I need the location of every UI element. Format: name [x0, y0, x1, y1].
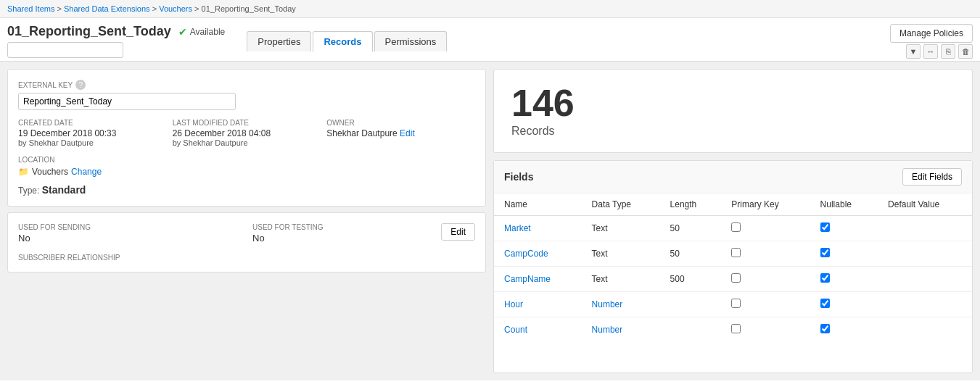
field-data-type-cell: Number: [582, 317, 660, 343]
field-length-cell: [660, 317, 722, 343]
field-default-value-cell: [878, 241, 972, 267]
table-row: Market Text 50: [494, 216, 972, 241]
nullable-checkbox[interactable]: [820, 273, 830, 283]
field-default-value-cell: [878, 317, 972, 343]
primary-key-checkbox[interactable]: [731, 273, 741, 283]
used-for-sending-value: No: [18, 233, 241, 244]
field-length-cell: 500: [660, 267, 722, 292]
tab-permissions[interactable]: Permissions: [374, 31, 448, 51]
primary-key-checkbox[interactable]: [731, 222, 741, 232]
owner-value: Shekhar Dautpure Edit: [326, 128, 475, 138]
field-length-cell: 50: [660, 241, 722, 267]
location-value: 📁 Vouchers Change: [18, 167, 475, 177]
location-label: LOCATION: [18, 156, 475, 164]
field-data-type-cell: Number: [582, 292, 660, 317]
field-nullable-cell: [810, 216, 878, 241]
records-card: 146 Records: [493, 69, 973, 153]
field-name-cell: CampCode: [494, 241, 582, 267]
location-section: LOCATION 📁 Vouchers Change: [18, 156, 475, 177]
subscriber-relationship-label: SUBSCRIBER RELATIONSHIP: [18, 254, 475, 262]
properties-card: EXTERNAL KEY ? Created Date 19 December …: [7, 69, 486, 207]
page-title: 01_Reporting_Sent_Today: [7, 24, 171, 39]
usage-card: USED FOR SENDING No USED FOR TESTING No …: [7, 212, 486, 272]
breadcrumb-shared-data-extensions[interactable]: Shared Data Extensions: [64, 4, 150, 13]
toolbar-icons: ▼ ↔ ⎘ 🗑: [906, 44, 973, 59]
fields-title: Fields: [504, 171, 533, 183]
field-nullable-cell: [810, 292, 878, 317]
field-name-link[interactable]: Count: [504, 325, 527, 335]
fields-table: Name Data Type Length Primary Key Nullab…: [494, 194, 972, 342]
col-primary-key: Primary Key: [721, 194, 810, 216]
records-label: Records: [511, 125, 955, 138]
field-length-cell: [660, 292, 722, 317]
field-name-cell: Count: [494, 317, 582, 343]
manage-policies-button[interactable]: Manage Policies: [890, 24, 973, 43]
table-row: CampName Text 500: [494, 267, 972, 292]
field-length-cell: 50: [660, 216, 722, 241]
location-change-link[interactable]: Change: [71, 167, 102, 177]
field-primary-key-cell: [721, 267, 810, 292]
filter-icon[interactable]: ▼: [906, 44, 921, 59]
delete-icon[interactable]: 🗑: [958, 44, 973, 59]
nullable-checkbox[interactable]: [820, 324, 830, 333]
field-primary-key-cell: [721, 317, 810, 343]
nullable-checkbox[interactable]: [820, 299, 830, 308]
col-data-type: Data Type: [582, 194, 660, 216]
left-panel: EXTERNAL KEY ? Created Date 19 December …: [7, 69, 486, 373]
col-default-value: Default Value: [878, 194, 972, 216]
field-data-type-cell: Text: [582, 241, 660, 267]
owner-item: Owner Shekhar Dautpure Edit: [326, 119, 475, 147]
field-primary-key-cell: [721, 216, 810, 241]
header: 01_Reporting_Sent_Today ✔ Available Prop…: [0, 18, 980, 62]
usage-grid: USED FOR SENDING No USED FOR TESTING No: [18, 223, 475, 244]
help-icon[interactable]: ?: [75, 80, 86, 90]
external-key-input[interactable]: [18, 93, 236, 110]
nullable-checkbox[interactable]: [820, 248, 830, 257]
field-name-cell: Hour: [494, 292, 582, 317]
meta-grid: Created Date 19 December 2018 00:33 by S…: [18, 119, 475, 147]
last-modified-item: Last Modified Date 26 December 2018 04:0…: [173, 119, 321, 147]
primary-key-checkbox[interactable]: [731, 248, 741, 257]
primary-key-checkbox[interactable]: [731, 324, 741, 333]
type-value: Standard: [42, 184, 86, 196]
usage-edit-button[interactable]: Edit: [441, 223, 475, 241]
fields-header: Fields Edit Fields: [494, 161, 972, 194]
field-name-link[interactable]: CampCode: [504, 249, 548, 259]
created-date-value: 19 December 2018 00:33: [18, 128, 167, 138]
field-default-value-cell: [878, 216, 972, 241]
field-name-link[interactable]: CampName: [504, 274, 551, 284]
field-name-link[interactable]: Market: [504, 223, 531, 233]
tab-properties[interactable]: Properties: [247, 31, 311, 51]
col-name: Name: [494, 194, 582, 216]
field-name-link[interactable]: Hour: [504, 299, 523, 309]
nullable-checkbox[interactable]: [820, 222, 830, 232]
owner-edit-link[interactable]: Edit: [400, 128, 415, 138]
arrows-icon[interactable]: ↔: [923, 44, 938, 59]
edit-fields-button[interactable]: Edit Fields: [902, 168, 962, 186]
field-nullable-cell: [810, 241, 878, 267]
field-data-type-cell: Text: [582, 267, 660, 292]
field-nullable-cell: [810, 267, 878, 292]
copy-icon[interactable]: ⎘: [941, 44, 955, 59]
primary-key-checkbox[interactable]: [731, 299, 741, 308]
breadcrumb-current: 01_Reporting_Sent_Today: [202, 4, 296, 13]
field-default-value-cell: [878, 267, 972, 292]
col-length: Length: [660, 194, 722, 216]
tabs: Properties Records Permissions: [247, 24, 448, 51]
field-name-cell: CampName: [494, 267, 582, 292]
breadcrumb-vouchers[interactable]: Vouchers: [159, 4, 192, 13]
main-content: EXTERNAL KEY ? Created Date 19 December …: [0, 62, 980, 380]
header-left: 01_Reporting_Sent_Today ✔ Available: [7, 24, 225, 61]
field-default-value-cell: [878, 292, 972, 317]
fields-card: Fields Edit Fields Name Data Type Length…: [493, 160, 973, 373]
table-row: Hour Number: [494, 292, 972, 317]
breadcrumb-shared-items[interactable]: Shared Items: [7, 4, 54, 13]
search-input[interactable]: [7, 42, 123, 58]
tab-records[interactable]: Records: [313, 31, 372, 52]
breadcrumb: Shared Items > Shared Data Extensions > …: [0, 0, 980, 18]
folder-icon: 📁: [18, 167, 29, 177]
title-row: 01_Reporting_Sent_Today ✔ Available: [7, 24, 225, 39]
table-row: Count Number: [494, 317, 972, 343]
field-primary-key-cell: [721, 292, 810, 317]
created-by: by Shekhar Dautpure: [18, 138, 167, 147]
